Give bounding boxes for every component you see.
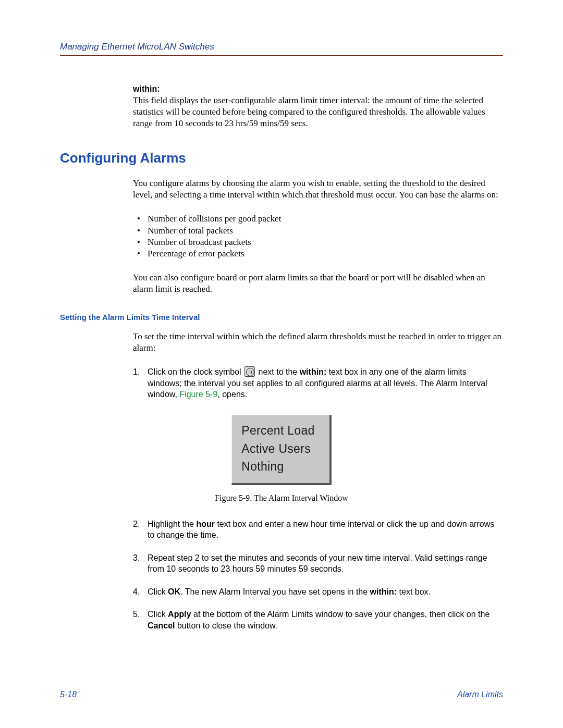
figure-5-9: Percent Load Active Users Nothing Figure… — [60, 415, 503, 503]
step-4: 4. Click OK. The new Alarm Interval you … — [133, 586, 503, 598]
step-text: Repeat step 2 to set the minutes and sec… — [148, 553, 487, 574]
section-title-configuring-alarms: Configuring Alarms — [60, 150, 503, 166]
within-block: within: This field displays the user-con… — [133, 84, 503, 129]
step-text: next to the — [256, 367, 300, 376]
within-description: This field displays the user-configurabl… — [133, 95, 503, 129]
page: Managing Ethernet MicroLAN Switches with… — [0, 0, 563, 728]
subsection-intro: To set the time interval within which th… — [133, 331, 503, 354]
step-number: 2. — [133, 519, 140, 530]
section-after-bullets: You can also configure board or port ala… — [133, 272, 503, 295]
bold-cancel: Cancel — [148, 621, 175, 630]
step-number: 1. — [133, 366, 140, 378]
page-number: 5-18 — [60, 690, 77, 699]
step-3: 3. Repeat step 2 to set the minutes and … — [133, 552, 503, 575]
step-number: 5. — [133, 609, 140, 620]
list-item: Number of total packets — [133, 225, 503, 237]
bold-hour: hour — [196, 520, 215, 528]
step-5: 5. Click Apply at the bottom of the Alar… — [133, 609, 503, 631]
step-text: Click — [148, 610, 168, 619]
popup-item-nothing[interactable]: Nothing — [241, 458, 314, 476]
subsection-title: Setting the Alarm Limits Time Interval — [60, 313, 503, 322]
steps-list-continued: 2. Highlight the hour text box and enter… — [133, 519, 503, 632]
list-item: Number of collisions per good packet — [133, 213, 503, 225]
popup-item-percent-load[interactable]: Percent Load — [241, 422, 314, 440]
step-text: Click — [148, 587, 168, 596]
bold-ok: OK — [168, 587, 180, 596]
step-text: , opens. — [217, 390, 247, 399]
list-item: Number of broadcast packets — [133, 237, 503, 248]
alarm-interval-popup: Percent Load Active Users Nothing — [231, 415, 331, 485]
running-header: Managing Ethernet MicroLAN Switches — [60, 42, 503, 56]
page-footer: 5-18 Alarm Limits — [60, 690, 503, 699]
bold-apply: Apply — [168, 610, 191, 619]
step-number: 4. — [133, 586, 140, 598]
figure-caption: Figure 5-9. The Alarm Interval Window — [60, 493, 503, 503]
step-number: 3. — [133, 552, 140, 564]
list-item: Percentage of error packets — [133, 248, 503, 260]
figure-reference-link[interactable]: Figure 5-9 — [179, 390, 217, 399]
step-text: button to close the window. — [175, 621, 277, 630]
within-label: within: — [133, 84, 503, 94]
steps-list: 1. Click on the clock symbol next to the… — [133, 366, 503, 400]
footer-section: Alarm Limits — [457, 690, 503, 699]
step-2: 2. Highlight the hour text box and enter… — [133, 519, 503, 541]
section-intro: You configure alarms by choosing the ala… — [133, 178, 503, 201]
popup-item-active-users[interactable]: Active Users — [241, 440, 314, 458]
alarm-basis-list: Number of collisions per good packet Num… — [133, 213, 503, 259]
step-1: 1. Click on the clock symbol next to the… — [133, 366, 503, 400]
bold-within: within: — [300, 367, 327, 376]
clock-icon — [244, 366, 255, 377]
step-text: text box. — [397, 587, 431, 596]
step-text: Click on the clock symbol — [148, 367, 243, 376]
step-text: . The new Alarm Interval you have set op… — [180, 587, 370, 596]
step-text: Highlight the — [148, 520, 196, 528]
bold-within: within: — [370, 587, 397, 596]
step-text: at the bottom of the Alarm Limits window… — [191, 610, 490, 619]
